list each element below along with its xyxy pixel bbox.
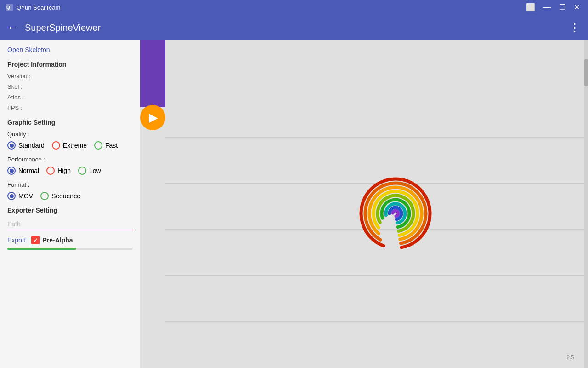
- close-button[interactable]: ✕: [571, 3, 582, 12]
- sidebar: Open Skeleton Project Information Versio…: [0, 40, 140, 368]
- quality-fast-radio[interactable]: [94, 141, 102, 150]
- purple-decoration: [140, 40, 165, 107]
- quality-standard-radio[interactable]: [7, 141, 16, 150]
- spiral-logo: [350, 167, 423, 241]
- title-bar-controls: ⬜ — ❐ ✕: [523, 3, 582, 12]
- version-number: 2.5: [566, 354, 574, 361]
- performance-low-label: Low: [89, 167, 101, 174]
- performance-high[interactable]: High: [46, 167, 71, 175]
- main-layout: Open Skeleton Project Information Versio…: [0, 40, 588, 368]
- quality-fast-label: Fast: [105, 142, 118, 149]
- format-label: Format :: [7, 181, 133, 188]
- fps-row: FPS :: [7, 104, 133, 111]
- preview-area: ▶ 2.5: [140, 40, 588, 368]
- quality-extreme[interactable]: Extreme: [52, 141, 87, 150]
- export-row: Export ✓ Pre-Alpha: [7, 236, 133, 244]
- export-button[interactable]: Export: [7, 236, 26, 244]
- performance-low[interactable]: Low: [78, 167, 101, 175]
- format-mov[interactable]: MOV: [7, 192, 33, 200]
- format-sequence-radio[interactable]: [40, 192, 49, 200]
- performance-high-radio[interactable]: [46, 167, 55, 175]
- h-line-1: [165, 137, 588, 138]
- quality-label: Quality :: [7, 131, 133, 138]
- format-sequence-label: Sequence: [51, 192, 80, 200]
- performance-normal-label: Normal: [18, 167, 39, 174]
- app-title: SuperSpineViewer: [25, 23, 101, 33]
- h-line-4: [165, 275, 588, 276]
- app-bar: ← SuperSpineViewer ⋮: [0, 15, 588, 40]
- pre-alpha-label: Pre-Alpha: [42, 236, 73, 244]
- pre-alpha-checkbox-wrapper[interactable]: ✓ Pre-Alpha: [31, 236, 73, 244]
- performance-normal-radio[interactable]: [7, 167, 16, 175]
- pre-alpha-checkbox[interactable]: ✓: [31, 236, 40, 244]
- performance-label: Performance :: [7, 156, 133, 163]
- project-info-title: Project Information: [7, 61, 133, 68]
- exporter-setting-title: Exporter Setting: [7, 207, 133, 214]
- preview-scrollbar-thumb[interactable]: [584, 59, 588, 86]
- atlas-label: Atlas :: [7, 94, 24, 101]
- version-label: Version :: [7, 73, 31, 80]
- format-radio-group: MOV Sequence: [7, 192, 133, 200]
- format-mov-label: MOV: [18, 192, 33, 200]
- skel-label: Skel :: [7, 83, 23, 90]
- format-sequence[interactable]: Sequence: [40, 192, 80, 200]
- performance-radio-group: Normal High Low: [7, 167, 133, 175]
- svg-text:Q: Q: [6, 5, 10, 10]
- path-input[interactable]: [7, 218, 133, 230]
- progress-bar: [7, 248, 133, 250]
- title-bar-left: Q QYun SoarTeam: [6, 4, 60, 11]
- expand-button[interactable]: ⬜: [523, 3, 538, 12]
- fps-label: FPS :: [7, 104, 23, 111]
- restore-button[interactable]: ❐: [556, 3, 568, 12]
- quality-extreme-label: Extreme: [63, 142, 87, 149]
- format-mov-radio[interactable]: [7, 192, 16, 200]
- title-bar: Q QYun SoarTeam ⬜ — ❐ ✕: [0, 0, 588, 15]
- title-bar-app-name: QYun SoarTeam: [17, 4, 60, 11]
- quality-standard-label: Standard: [18, 142, 45, 149]
- back-button[interactable]: ←: [7, 22, 17, 34]
- open-skeleton-link[interactable]: Open Skeleton: [7, 46, 133, 53]
- path-input-wrapper: [7, 218, 133, 230]
- app-icon: Q: [6, 4, 13, 11]
- atlas-row: Atlas :: [7, 94, 133, 101]
- minimize-button[interactable]: —: [541, 3, 554, 12]
- performance-low-radio[interactable]: [78, 167, 86, 175]
- spiral-svg: [350, 167, 441, 259]
- quality-extreme-radio[interactable]: [52, 141, 60, 150]
- version-row: Version :: [7, 73, 133, 80]
- performance-normal[interactable]: Normal: [7, 167, 39, 175]
- skel-row: Skel :: [7, 83, 133, 90]
- performance-high-label: High: [57, 167, 71, 174]
- quality-fast[interactable]: Fast: [94, 141, 118, 150]
- preview-scrollbar[interactable]: [584, 40, 588, 368]
- h-line-5: [165, 321, 588, 322]
- quality-standard[interactable]: Standard: [7, 141, 45, 150]
- app-bar-left: ← SuperSpineViewer: [7, 22, 101, 34]
- play-button[interactable]: ▶: [140, 105, 165, 130]
- quality-radio-group: Standard Extreme Fast: [7, 141, 133, 150]
- graphic-setting-title: Graphic Setting: [7, 119, 133, 126]
- more-options-button[interactable]: ⋮: [569, 21, 581, 34]
- progress-bar-fill: [7, 248, 76, 250]
